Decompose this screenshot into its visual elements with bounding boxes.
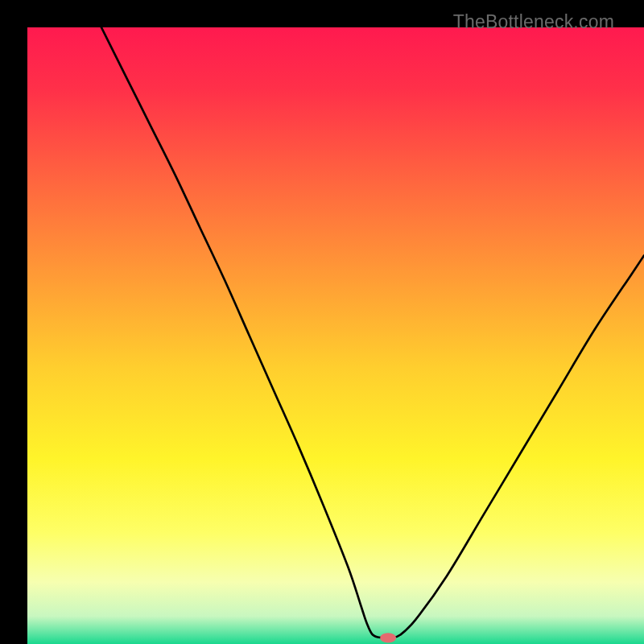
watermark-text: TheBottleneck.com <box>453 11 614 33</box>
chart-frame: TheBottleneck.com <box>0 0 644 644</box>
bottleneck-chart <box>27 27 644 644</box>
optimum-marker <box>380 633 396 642</box>
gradient-background <box>27 27 644 644</box>
